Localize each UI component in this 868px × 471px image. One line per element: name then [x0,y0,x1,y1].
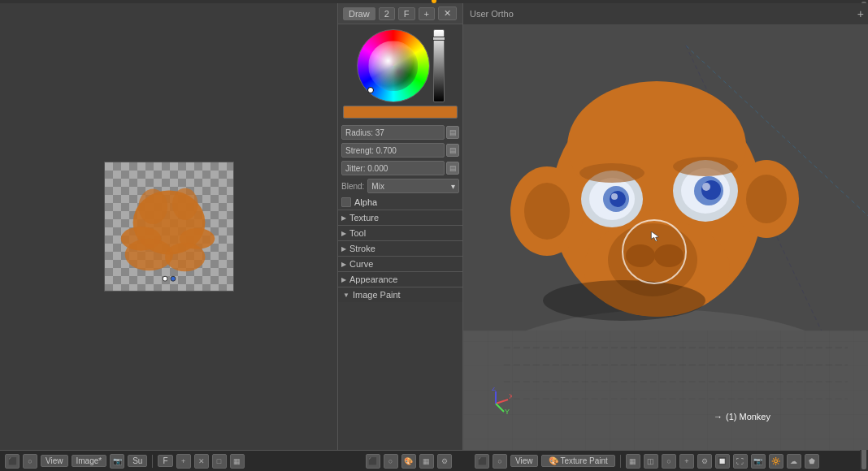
jitter-field[interactable]: Jitter: 0.000 [341,161,445,175]
appearance-section[interactable]: ▶ Appearance [338,271,462,287]
add-area-icon-right[interactable]: + [857,7,864,20]
bottom-mid-icon5[interactable]: ⚙ [437,454,452,469]
svg-line-45 [496,404,504,412]
image-paint-triangle-icon: ▼ [343,292,349,299]
svg-text:X: X [509,392,512,400]
bottom-right-icon2[interactable]: ○ [493,454,507,469]
tool-panel: Draw 2 F + ✕ Radius: 37 ▤ Strengt: 0.700… [337,3,463,450]
f-button[interactable]: F [398,7,415,20]
color-wheel[interactable] [357,29,430,102]
svg-point-40 [673,157,738,176]
radius-row: Radius: 37 ▤ [338,123,462,141]
bottom-right-icon6[interactable]: + [679,454,694,469]
bottom-icon-cam[interactable]: 📷 [110,454,124,469]
viewport-title: User Ortho [470,9,514,19]
svg-point-23 [746,175,787,223]
bottom-right-icon11[interactable]: 🔆 [769,454,783,469]
image-paint-section[interactable]: ▼ Image Paint [338,287,462,302]
svg-point-32 [610,191,626,207]
stroke-section[interactable]: ▶ Stroke [338,240,462,256]
svg-text:Z: Z [492,387,497,392]
bottom-right-icon9[interactable]: ⛶ [733,454,748,469]
texture-paint-icon: 🎨 [549,456,558,465]
svg-point-39 [579,163,644,183]
tool-triangle-icon: ▶ [341,230,346,237]
texture-paint-button[interactable]: 🎨 Texture Paint [541,455,615,467]
image-editor-panel: + [0,3,337,450]
bottom-plus-icon[interactable]: + [176,454,191,469]
bottom-right-icon5[interactable]: ○ [662,454,676,469]
svg-point-6 [171,188,197,221]
plus-button[interactable]: + [419,7,435,20]
curve-section[interactable]: ▶ Curve [338,256,462,271]
bottom-img-icon[interactable]: ▦ [230,454,245,469]
svg-text:Y: Y [505,408,510,416]
stroke-triangle-icon: ▶ [341,245,346,253]
bottom-icon-1[interactable]: ⬛ [5,454,20,469]
image-canvas [104,162,234,292]
svg-point-4 [165,243,205,272]
strength-field[interactable]: Strengt: 0.700 [341,143,445,158]
alpha-row: Alpha [338,195,462,210]
bottom-right-icon3[interactable]: ▦ [626,454,640,469]
color-preview-bar[interactable] [343,106,458,119]
bottom-f-button[interactable]: F [158,455,172,467]
strength-row: Strengt: 0.700 ▤ [338,141,462,159]
draw-button[interactable]: Draw [343,7,375,20]
blend-select[interactable]: Mix ▾ [367,179,459,193]
jitter-icon[interactable]: ▤ [446,162,459,175]
texture-triangle-icon: ▶ [341,214,346,222]
divider-1 [152,455,153,468]
svg-point-33 [611,193,618,200]
x-button[interactable]: ✕ [438,6,457,20]
tool-label: Tool [349,228,366,238]
bottom-right-view-btn[interactable]: View [510,455,538,467]
label-arrow: → [714,412,723,421]
strength-icon[interactable]: ▤ [446,144,459,157]
bottom-mid-icon3[interactable]: 🎨 [401,454,416,469]
svg-point-5 [138,189,167,224]
num-button[interactable]: 2 [379,7,395,20]
tool-section[interactable]: ▶ Tool [338,225,462,240]
svg-line-43 [496,400,508,404]
xyz-indicator: X Y Z [480,387,512,421]
svg-point-38 [702,183,710,191]
bottom-image-button[interactable]: Image* [72,455,107,467]
wheel-row [357,29,445,102]
alpha-label: Alpha [354,197,377,207]
tool-panel-header: Draw 2 F + ✕ [338,3,462,24]
stroke-label: Stroke [349,244,375,253]
texture-section[interactable]: ▶ Texture [338,210,462,225]
bottom-icon-2[interactable]: ○ [23,454,37,469]
alpha-checkbox[interactable] [341,197,351,207]
svg-point-21 [524,183,570,240]
bottom-mid-icon4[interactable]: ▦ [419,454,434,469]
mouse-cursor [650,231,660,241]
bottom-right-icon12[interactable]: ☁ [787,454,801,469]
appearance-triangle-icon: ▶ [341,276,346,283]
radius-icon[interactable]: ▤ [446,126,459,139]
bottom-right-icon8[interactable]: 🔲 [715,454,730,469]
svg-point-41 [543,280,705,321]
bottom-right-icon13[interactable]: ⬟ [805,454,819,469]
blend-arrow-icon: ▾ [451,182,455,191]
bottom-square-icon[interactable]: □ [212,454,227,469]
radius-field[interactable]: Radius: 37 [341,125,445,140]
bottom-view-button[interactable]: View [41,455,68,467]
object-label: → (1) Monkey [714,412,770,421]
bottom-right-icon1[interactable]: ⬛ [475,454,489,469]
bottom-mid-icon2[interactable]: ○ [384,454,398,469]
value-slider-vertical[interactable] [433,29,445,102]
bottom-right-icon4[interactable]: ◫ [644,454,658,469]
curve-triangle-icon: ▶ [341,261,346,268]
bottom-mode-button[interactable]: Su [128,455,147,467]
curve-label: Curve [349,259,373,269]
bottom-mid-icon1[interactable]: ⬛ [366,454,380,469]
bottom-bar-left: ⬛ ○ View Image* 📷 Su F + ✕ □ ▦ [5,454,342,469]
bottom-right-icon7[interactable]: ⚙ [697,454,712,469]
color-wheel-container [338,24,462,123]
bottom-right-icon10[interactable]: 📷 [751,454,766,469]
viewport-canvas[interactable]: X Y Z → (1) Monkey [463,24,868,450]
3d-viewport-panel: User Ortho + [463,3,868,450]
bottom-x-icon[interactable]: ✕ [194,454,209,469]
